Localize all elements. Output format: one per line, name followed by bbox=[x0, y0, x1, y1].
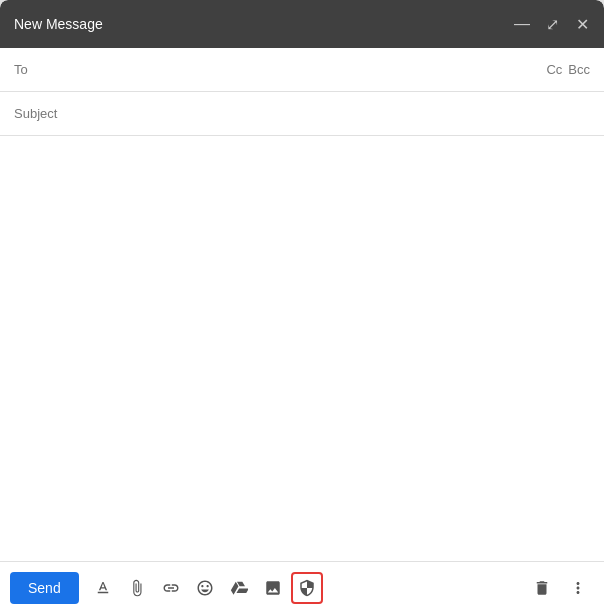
delete-icon[interactable] bbox=[526, 572, 558, 604]
photo-icon[interactable] bbox=[257, 572, 289, 604]
title-bar: New Message — ⤢ ✕ bbox=[0, 0, 604, 48]
bcc-link[interactable]: Bcc bbox=[568, 62, 590, 77]
toolbar: Send bbox=[0, 561, 604, 613]
title-controls: — ⤢ ✕ bbox=[514, 16, 590, 32]
formatting-icon[interactable] bbox=[87, 572, 119, 604]
minimize-button[interactable]: — bbox=[514, 16, 530, 32]
cc-bcc-links: Cc Bcc bbox=[546, 62, 590, 77]
drive-icon[interactable] bbox=[223, 572, 255, 604]
link-icon[interactable] bbox=[155, 572, 187, 604]
to-row: To Cc Bcc bbox=[0, 48, 604, 92]
subject-row bbox=[0, 92, 604, 136]
compose-window: New Message — ⤢ ✕ To Cc Bcc Send bbox=[0, 0, 604, 613]
body-area[interactable] bbox=[0, 136, 604, 561]
more-options-icon[interactable] bbox=[562, 572, 594, 604]
cc-link[interactable]: Cc bbox=[546, 62, 562, 77]
confidential-icon[interactable] bbox=[291, 572, 323, 604]
attach-icon[interactable] bbox=[121, 572, 153, 604]
expand-button[interactable]: ⤢ bbox=[544, 16, 560, 32]
emoji-icon[interactable] bbox=[189, 572, 221, 604]
to-label: To bbox=[14, 62, 34, 77]
body-input[interactable] bbox=[14, 146, 590, 551]
subject-input[interactable] bbox=[14, 106, 590, 121]
window-title: New Message bbox=[14, 16, 103, 32]
toolbar-right bbox=[526, 572, 594, 604]
close-button[interactable]: ✕ bbox=[574, 16, 590, 32]
toolbar-icons bbox=[87, 572, 526, 604]
send-button[interactable]: Send bbox=[10, 572, 79, 604]
to-input[interactable] bbox=[42, 62, 546, 77]
